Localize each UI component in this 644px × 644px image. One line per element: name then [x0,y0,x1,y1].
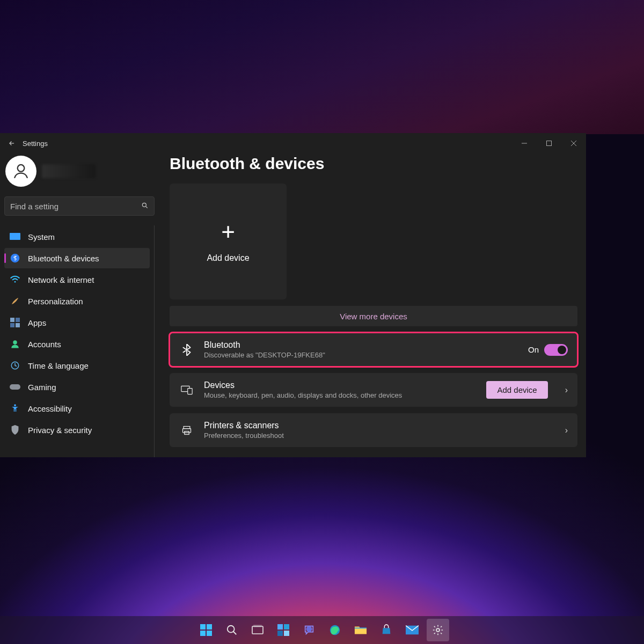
search-icon [141,202,149,211]
sidebar-item-label: Privacy & security [28,426,92,435]
plus-icon: + [221,220,235,244]
sidebar-item-label: Apps [28,318,46,327]
taskbar-start[interactable] [195,619,217,641]
bluetooth-title: Bluetooth [204,340,518,350]
view-more-label: View more devices [340,312,407,321]
svg-line-28 [233,632,237,635]
svg-point-35 [306,626,312,632]
svg-point-9 [14,281,16,283]
sidebar-item-time-language[interactable]: Time & language [4,355,150,376]
taskbar-edge[interactable] [324,619,346,641]
taskbar-task-view[interactable] [246,619,269,641]
display-icon [10,231,20,242]
printer-icon [179,425,194,436]
devices-row[interactable]: Devices Mouse, keyboard, pen, audio, dis… [170,373,577,407]
window-controls [512,133,586,153]
svg-rect-34 [284,631,289,636]
svg-rect-30 [254,625,261,627]
svg-rect-29 [252,626,263,634]
sidebar-item-apps[interactable]: Apps [4,312,150,333]
sidebar-item-label: Bluetooth & devices [28,254,99,263]
svg-rect-7 [10,233,20,240]
svg-rect-31 [277,624,283,630]
sidebar-item-label: Accessibility [28,404,72,413]
chevron-right-icon: › [565,426,568,435]
svg-rect-19 [188,388,192,394]
svg-rect-12 [10,323,14,327]
sidebar-item-gaming[interactable]: Gaming [4,377,150,397]
sidebar-item-accessibility[interactable]: Accessibility [4,398,150,419]
sidebar-item-system[interactable]: System [4,226,150,247]
printers-subtitle: Preferences, troubleshoot [204,431,548,440]
sidebar-item-bluetooth-devices[interactable]: Bluetooth & devices [4,248,150,268]
profile-block[interactable] [4,153,155,196]
toggle-state-label: On [528,345,539,354]
page-title: Bluetooth & devices [170,155,577,173]
svg-point-27 [228,626,235,633]
bluetooth-toggle[interactable] [544,344,568,356]
chevron-right-icon: › [565,385,568,395]
add-device-tile[interactable]: + Add device [170,184,287,299]
minimize-button[interactable] [512,133,537,153]
username-redacted [42,164,96,178]
sidebar-item-accounts[interactable]: Accounts [4,334,150,354]
search-input[interactable] [10,202,141,211]
taskbar-search[interactable] [221,619,243,641]
brush-icon [10,296,20,306]
maximize-button[interactable] [537,133,561,153]
sidebar-item-personalization[interactable]: Personalization [4,291,150,311]
svg-point-4 [18,165,25,172]
svg-rect-32 [284,624,289,630]
wifi-icon [10,274,20,285]
svg-line-6 [145,206,147,208]
svg-point-38 [436,628,440,632]
taskbar-chat[interactable] [298,619,320,641]
taskbar-widgets[interactable] [272,619,295,641]
view-more-devices-button[interactable]: View more devices [170,306,577,326]
taskbar [0,616,644,644]
devices-subtitle: Mouse, keyboard, pen, audio, displays an… [204,391,477,399]
taskbar-settings[interactable] [427,619,449,641]
globe-clock-icon [10,360,20,371]
sidebar-item-label: Accounts [28,340,61,349]
bluetooth-icon [10,253,20,264]
apps-icon [10,317,20,328]
settings-window: Settings Syste [0,133,586,457]
taskbar-store[interactable] [375,619,398,641]
svg-point-14 [13,340,17,345]
svg-rect-21 [183,428,191,433]
shield-icon [10,425,20,435]
svg-rect-33 [277,631,283,636]
sidebar-nav: System Bluetooth & devices Network & int… [4,225,155,457]
svg-point-5 [142,203,146,207]
add-device-label: Add device [207,253,249,263]
taskbar-file-explorer[interactable] [349,619,372,641]
bluetooth-toggle-row[interactable]: Bluetooth Discoverable as "DESKTOP-19FKE… [170,333,577,367]
close-button[interactable] [561,133,586,153]
svg-rect-23 [200,624,206,630]
svg-rect-10 [10,318,14,322]
bluetooth-icon [179,344,194,356]
taskbar-mail[interactable] [401,619,423,641]
svg-rect-1 [547,141,552,146]
sidebar: System Bluetooth & devices Network & int… [0,153,161,457]
gaming-icon [10,382,20,392]
sidebar-item-network[interactable]: Network & internet [4,269,150,290]
sidebar-item-label: Network & internet [28,275,94,284]
devices-title: Devices [204,380,477,390]
devices-icon [179,385,194,395]
desktop-wallpaper-top [0,0,644,134]
printers-scanners-row[interactable]: Printers & scanners Preferences, trouble… [170,413,577,447]
back-button[interactable] [4,136,19,151]
svg-rect-25 [200,631,206,636]
content-pane: Bluetooth & devices + Add device View mo… [161,153,586,457]
sidebar-item-privacy-security[interactable]: Privacy & security [4,420,150,440]
person-icon [10,339,20,349]
sidebar-item-label: Gaming [28,383,56,392]
add-device-button[interactable]: Add device [486,381,547,399]
accessibility-icon [10,403,20,414]
sidebar-item-label: System [28,232,55,241]
search-box[interactable] [4,196,155,216]
svg-rect-26 [207,631,212,636]
svg-rect-11 [16,318,20,322]
